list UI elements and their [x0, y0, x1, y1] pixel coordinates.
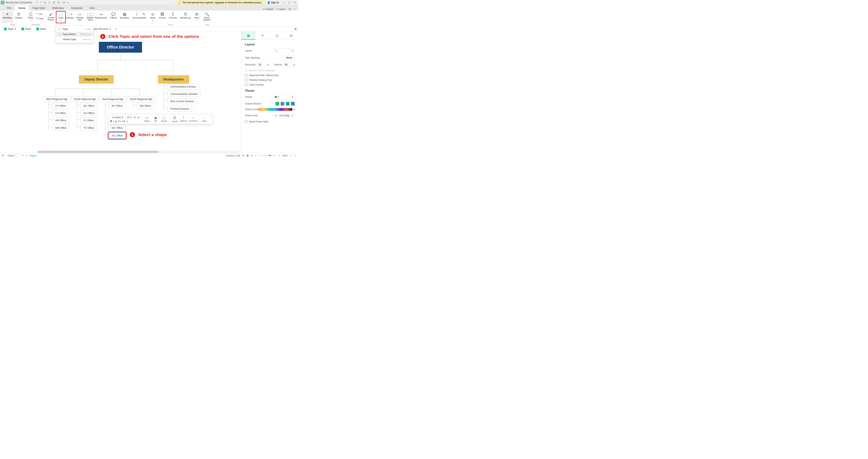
- node-fl[interactable]: FL Office: [81, 118, 97, 123]
- copy-button[interactable]: ⎘Copy: [35, 17, 45, 20]
- highlight-button[interactable]: ✎▾: [122, 120, 125, 123]
- sb-icon-1[interactable]: ⊟: [243, 154, 244, 157]
- shrink-font-icon[interactable]: A↓: [138, 116, 140, 119]
- menu-home[interactable]: Home: [15, 5, 29, 11]
- theme-select[interactable]: ▾: [273, 95, 295, 99]
- save-icon[interactable]: 🖫: [53, 1, 55, 4]
- rtab-settings[interactable]: ⚙: [284, 32, 298, 40]
- horizontal-input[interactable]: [257, 63, 266, 67]
- topic-button[interactable]: ⬚Topic▾: [56, 11, 65, 23]
- page-dropdown-icon[interactable]: ▾: [22, 154, 23, 157]
- print-icon[interactable]: 🖶: [57, 1, 60, 4]
- node-nc[interactable]: NC Office: [109, 125, 126, 131]
- hand-drawn-check[interactable]: Hand-Drawn Style: [245, 120, 295, 123]
- align-sibling-check[interactable]: Alignment With Sibling Topic: [245, 74, 295, 77]
- node-fin[interactable]: Finance Division: [167, 106, 192, 111]
- outline-toggle-icon[interactable]: ⊞: [2, 154, 4, 157]
- swatch-4[interactable]: [291, 102, 295, 106]
- node-admin[interactable]: Administrative Division: [167, 84, 199, 90]
- theme-color-strip[interactable]: [258, 108, 292, 111]
- cut-button[interactable]: ✂Cut: [35, 12, 45, 15]
- node-wa[interactable]: WA Office: [137, 103, 154, 109]
- node-tx[interactable]: TX Office: [81, 125, 97, 131]
- mindmap-button[interactable]: ✦MindMap: [1, 11, 13, 23]
- flex-float-check[interactable]: Flexible Floating Topic: [245, 79, 295, 81]
- vertical-input[interactable]: [283, 63, 292, 67]
- layout-button[interactable]: 品Layout: [171, 116, 178, 123]
- zoom-slider[interactable]: [262, 155, 276, 156]
- more-qat-icon[interactable]: ▾: [67, 1, 69, 4]
- node-director[interactable]: Office Director: [99, 42, 142, 53]
- node-ca[interactable]: CA Office: [52, 110, 69, 116]
- node-ny[interactable]: NY Office: [109, 103, 125, 109]
- page-selector[interactable]: Page-1: [6, 154, 20, 157]
- theme-font-select[interactable]: Aa Arial (Big)▾: [273, 113, 295, 118]
- branch-button[interactable]: ⤴Branch: [180, 116, 187, 122]
- paste-button[interactable]: 📋Paste▾: [26, 11, 35, 23]
- font-size-select[interactable]: 10 ▾: [126, 116, 133, 119]
- grow-font-icon[interactable]: A↑: [134, 116, 136, 119]
- sb-icon-2[interactable]: ▦: [247, 154, 249, 157]
- add-tab-button[interactable]: +: [114, 27, 119, 31]
- page-tab[interactable]: Page-1: [30, 154, 37, 157]
- node-deputy[interactable]: Deputy Director: [79, 75, 114, 84]
- doctab-structure[interactable]: pany Structure: [91, 27, 113, 31]
- menu-advanced[interactable]: Advanced: [67, 5, 86, 11]
- collapse-ribbon-icon[interactable]: ⌃: [293, 8, 296, 11]
- rtab-style[interactable]: ✦: [255, 32, 270, 40]
- node-sc-selected[interactable]: SC Office: [109, 132, 126, 139]
- maximize-icon[interactable]: ▢: [288, 1, 290, 4]
- doctab-map3[interactable]: Map3: [34, 27, 48, 31]
- trial-banner[interactable]: 🛒 The trial period has expired. Upgrade …: [175, 1, 265, 4]
- zoom-level[interactable]: 100%: [282, 154, 288, 157]
- floating-topic-button[interactable]: ▭Floating Topic: [74, 11, 85, 23]
- new-icon[interactable]: ⊞: [44, 1, 46, 4]
- subtopic-button[interactable]: ⬚+Subtopic: [65, 11, 74, 23]
- overlap-check[interactable]: Topic Overlap: [245, 84, 295, 86]
- more-format-button[interactable]: ⋯More: [201, 116, 208, 122]
- h-scrollbar[interactable]: [37, 151, 239, 153]
- dd-topic[interactable]: ⬚TopicEnter: [56, 27, 94, 32]
- node-hq[interactable]: Headquarters: [158, 75, 189, 84]
- node-nm[interactable]: NM Office: [52, 125, 70, 131]
- numbering-button[interactable]: ☰Numbering: [179, 11, 192, 23]
- node-west[interactable]: West Regional Mgr: [43, 96, 71, 102]
- canvas[interactable]: Office Director Deputy Director Headquar…: [0, 32, 241, 153]
- node-ar[interactable]: AR Office: [52, 118, 69, 123]
- border-button[interactable]: ▢Border: [161, 116, 168, 122]
- swatch-1[interactable]: [275, 102, 279, 106]
- layout-select[interactable]: └┐▾: [273, 48, 295, 53]
- picture-button[interactable]: 🖼Picture: [157, 11, 167, 23]
- undo-icon[interactable]: ↶: [36, 1, 38, 4]
- node-north[interactable]: North Regional Mgr: [127, 96, 155, 102]
- outliner-button[interactable]: ☰Outliner: [13, 11, 24, 23]
- callout-button[interactable]: 💬Callout: [108, 11, 118, 23]
- sb-icon-3[interactable]: ⊡: [251, 154, 253, 157]
- signin-button[interactable]: 👤 Sign In: [267, 1, 279, 4]
- swatch-2[interactable]: [281, 102, 284, 106]
- branch-free-check[interactable]: Branch Free Positioning: [245, 69, 295, 72]
- doctab-map1[interactable]: Map1: [2, 27, 18, 31]
- menu-file[interactable]: File: [4, 5, 15, 11]
- node-ga[interactable]: GA Office: [81, 110, 97, 116]
- italic-button[interactable]: I: [113, 120, 114, 123]
- boundary-button[interactable]: ▦Boundary: [118, 11, 131, 23]
- export-icon[interactable]: ⇲▾: [62, 1, 65, 4]
- add-page-button[interactable]: +: [26, 154, 27, 157]
- redo-icon[interactable]: ↷: [40, 1, 42, 4]
- rtab-layout[interactable]: ▣: [241, 32, 255, 40]
- menu-view[interactable]: View: [86, 5, 98, 11]
- h-scroll-thumb[interactable]: [37, 151, 158, 153]
- clear-format-button[interactable]: ◇: [126, 120, 128, 123]
- color-dropdown-icon[interactable]: ▾: [293, 108, 295, 111]
- fullscreen-icon[interactable]: ⤢: [294, 154, 296, 157]
- font-family-select[interactable]: Yu Gothic ▾: [110, 116, 124, 119]
- pin-icon[interactable]: ⤢: [209, 115, 211, 118]
- v-stepper-icon[interactable]: ▴▾: [294, 64, 295, 66]
- formula-button[interactable]: ΣFormula: [167, 11, 179, 23]
- panel-toggle-icon[interactable]: ▣: [294, 27, 298, 30]
- font-color-button[interactable]: A▾: [118, 120, 121, 123]
- format-painter-button[interactable]: 🖌Format Painter: [45, 11, 56, 23]
- floating-format-toolbar[interactable]: Yu Gothic ▾ 10 ▾ A↑ A↓ B I U A▾ ✎▾ ◇ ▭Sh…: [108, 114, 213, 124]
- zoom-in-button[interactable]: +: [278, 154, 280, 157]
